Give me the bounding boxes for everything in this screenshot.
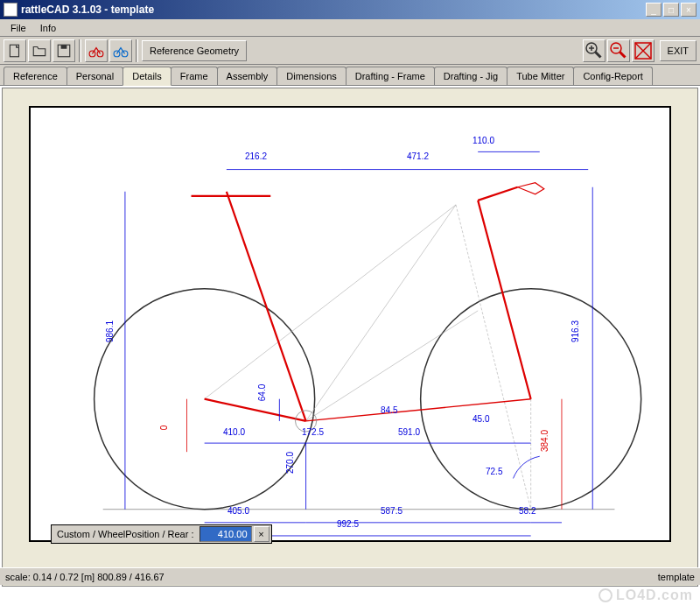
tab-frame[interactable]: Frame	[171, 67, 218, 85]
svg-line-12	[620, 52, 625, 57]
dim-front-ground[interactable]: 587.5	[381, 506, 402, 516]
dim-right-height[interactable]: 916.3	[570, 320, 580, 342]
bike-icon	[88, 43, 104, 59]
app-icon	[4, 3, 18, 17]
dim-fork-offset[interactable]: 45.0	[472, 414, 489, 424]
dim-chainstay[interactable]: 410.0	[223, 427, 245, 437]
zoom-in-icon	[584, 40, 605, 61]
dim-rear-axle[interactable]: 0	[159, 426, 169, 431]
toolbar-separator	[136, 39, 138, 62]
dim-reach[interactable]: 84.5	[381, 405, 397, 415]
reference-geometry-button[interactable]: Reference Geometry	[142, 40, 247, 61]
zoom-fit-icon	[633, 40, 654, 61]
zoom-in-button[interactable]	[583, 39, 606, 62]
save-button[interactable]	[52, 39, 75, 62]
svg-line-29	[306, 399, 531, 421]
exit-button[interactable]: EXIT	[660, 40, 696, 61]
dim-rear-ground[interactable]: 405.0	[228, 506, 249, 516]
workspace: 216.2 471.2 110.0 986.1 916.3 64.0 410.0…	[2, 88, 698, 587]
svg-line-30	[478, 200, 530, 399]
dim-stack-right[interactable]: 384.0	[540, 430, 550, 452]
toolbar-separator	[79, 39, 81, 62]
new-file-button[interactable]	[4, 39, 26, 62]
dim-left-height[interactable]: 986.1	[105, 320, 115, 342]
zoom-out-button[interactable]	[607, 39, 630, 62]
minimize-button[interactable]: _	[646, 3, 662, 17]
dim-wheelbase[interactable]: 992.5	[337, 519, 359, 529]
save-icon	[56, 43, 72, 59]
file-icon	[7, 43, 23, 59]
svg-rect-2	[61, 45, 67, 49]
tab-drafting-jig[interactable]: Drafting - Jig	[434, 67, 508, 85]
menubar: File Info	[0, 19, 700, 37]
dim-trail[interactable]: 58.2	[519, 506, 536, 516]
tab-config-report[interactable]: Config-Report	[573, 67, 652, 85]
drawing-canvas[interactable]: 216.2 471.2 110.0 986.1 916.3 64.0 410.0…	[31, 108, 669, 540]
bike-template-button[interactable]	[85, 39, 108, 62]
watermark: LO4D.com	[598, 587, 693, 603]
drawing-canvas-frame: 216.2 471.2 110.0 986.1 916.3 64.0 410.0…	[29, 106, 671, 542]
svg-line-21	[306, 311, 479, 421]
tabbar: Reference Personal Details Frame Assembl…	[0, 65, 700, 86]
svg-line-23	[306, 205, 456, 421]
dim-top-right[interactable]: 471.2	[407, 151, 429, 161]
bike-alt-icon	[113, 43, 129, 59]
svg-line-8	[595, 52, 600, 57]
status-template: template	[658, 572, 695, 582]
tab-assembly[interactable]: Assembly	[217, 67, 278, 85]
menu-info[interactable]: Info	[33, 21, 63, 35]
dim-head-angle[interactable]: 72.5	[486, 467, 502, 476]
dim-bb-ground[interactable]: 270.0	[285, 452, 295, 474]
svg-point-18	[94, 289, 315, 510]
statusbar: scale: 0.14 / 0.72 [m] 800.89 / 416.67 t…	[0, 567, 700, 585]
status-scale: scale: 0.14 / 0.72 [m] 800.89 / 416.67	[5, 572, 164, 582]
menu-file[interactable]: File	[4, 21, 33, 35]
dim-seat-ext[interactable]: 172.5	[302, 427, 324, 437]
toolbar: Reference Geometry EXIT	[0, 37, 700, 65]
tab-dimensions[interactable]: Dimensions	[276, 67, 346, 85]
dim-top-left[interactable]: 216.2	[245, 151, 267, 161]
globe-icon	[598, 588, 612, 602]
dim-stem[interactable]: 110.0	[472, 136, 494, 145]
zoom-fit-button[interactable]	[632, 39, 654, 62]
close-button[interactable]: ×	[681, 3, 696, 17]
tab-reference[interactable]: Reference	[4, 67, 67, 85]
bike-template2-button[interactable]	[109, 39, 132, 62]
dimension-input-field[interactable]	[200, 526, 252, 542]
dimension-input-label: Custom / WheelPosition / Rear :	[52, 529, 200, 539]
dimension-input-popup: Custom / WheelPosition / Rear : ×	[51, 524, 272, 544]
tab-personal[interactable]: Personal	[66, 67, 123, 85]
tab-drafting-frame[interactable]: Drafting - Frame	[346, 67, 435, 85]
dimension-input-close[interactable]: ×	[254, 526, 270, 542]
tab-details[interactable]: Details	[122, 67, 172, 86]
svg-line-31	[478, 187, 517, 200]
dim-bb-drop[interactable]: 64.0	[257, 384, 267, 401]
svg-line-28	[205, 399, 306, 421]
tab-tube-mitter[interactable]: Tube Mitter	[507, 67, 574, 85]
maximize-button[interactable]: □	[663, 3, 679, 17]
window-title: rattleCAD 3.1.03 - template	[21, 4, 646, 16]
zoom-out-icon	[608, 40, 629, 61]
open-file-button[interactable]	[28, 39, 51, 62]
window-titlebar: rattleCAD 3.1.03 - template _ □ ×	[0, 0, 700, 19]
dim-front-center[interactable]: 591.0	[398, 427, 420, 437]
folder-open-icon	[32, 43, 47, 59]
